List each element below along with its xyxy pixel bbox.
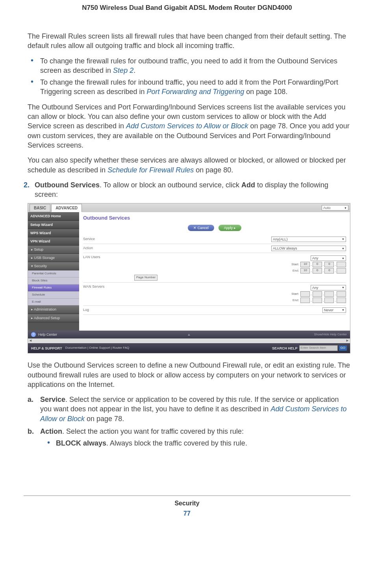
sub-bullet-block-always: BLOCK always. Always block the traffic c… [40,438,350,448]
sidebar-sub-parental[interactable]: Parental Controls [28,270,79,277]
panel-title: Outbound Services [83,214,346,222]
help-center-bar[interactable]: ? Help Center ▲ Show/Hide Help Center [28,331,350,338]
step-2-body: Outbound Services. To allow or block an … [35,180,350,200]
lan-end-label: End: [293,269,299,273]
sidebar-sub-block-sites[interactable]: Block Sites [28,277,79,285]
tab-basic[interactable]: BASIC [30,204,50,213]
show-hide-help-link[interactable]: Show/Hide Help Center [314,333,347,337]
label-action: Action [83,246,118,250]
label-service: Service [83,237,118,241]
page-footer: Security 77 [24,496,350,517]
lan-end-oct1[interactable]: 10 [300,268,310,274]
sidebar-item-usb-storage[interactable]: ▸ USB Storage [28,254,79,262]
lan-start-label: Start: [291,263,299,267]
cancel-button[interactable]: ✕ Cancel [188,225,214,231]
sidebar-item-administration[interactable]: ▸ Administration [28,305,79,314]
action-bold: Action [40,427,62,435]
intro-paragraph: The Firewall Rules screen lists all fire… [24,31,350,51]
tab-advanced[interactable]: ADVANCED [51,204,82,213]
alpha-label-a: a. [28,395,33,404]
lan-users-select[interactable]: Any▼ [311,255,346,261]
wan-end-oct1[interactable] [300,298,310,303]
wan-start-oct3[interactable] [324,291,334,297]
wan-start-oct2[interactable] [313,291,322,297]
label-wan-servers: WAN Servers [83,284,118,289]
add-label: Add [241,181,255,189]
sidebar-nav: ADVANCED Home Setup Wizard WPS Wizard VP… [28,212,79,331]
help-support-title: HELP & SUPPORT [31,346,62,351]
link-step2[interactable]: Step 2 [113,67,133,74]
label-lan-users: LAN Users [83,255,118,259]
wan-servers-select[interactable]: Any▼ [311,285,346,290]
sidebar-sub-email[interactable]: E-mail [28,299,79,306]
block-always-bold: BLOCK always [56,439,106,447]
horizontal-scrollbar[interactable] [28,338,350,343]
service-select[interactable]: Any(ALL)▼ [271,237,346,242]
outbound-services-label: Outbound Services [35,181,100,189]
log-select[interactable]: Never▼ [322,307,346,313]
search-help-label: SEARCH HELP [272,346,298,351]
action-select[interactable]: ALLOW always▼ [271,246,346,251]
link-port-forwarding[interactable]: Port Forwarding and Triggering [146,88,244,96]
sub-item-b: b. Action. Select the action you want fo… [24,427,350,448]
apply-button[interactable]: Apply ▸ [218,225,241,231]
sidebar-sub-firewall-rules[interactable]: Firewall Rules [28,285,79,292]
sidebar-sub-schedule[interactable]: Schedule [28,292,79,299]
sub-item-a: a. Service. Select the service or applic… [24,395,350,423]
link-add-custom-services[interactable]: Add Custom Services to Allow or Block [126,122,248,130]
wan-end-oct4[interactable] [337,298,346,303]
bullet-inbound-change: To change the firewall rules for inbound… [24,78,350,97]
wan-start-oct4[interactable] [337,291,346,297]
text: . Select the action you want for traffic… [62,427,244,435]
schedule-paragraph: You can also specify whether these servi… [24,155,350,175]
sidebar-item-setup[interactable]: ▸ Setup [28,246,79,254]
service-bold: Service [40,396,65,403]
lan-start-oct1[interactable]: 10 [300,262,310,267]
search-help-input[interactable]: Enter Search Item [299,345,338,351]
lan-end-oct3[interactable]: 0 [324,268,334,274]
sidebar-item-security[interactable]: ▾ Security [28,262,79,270]
label-log: Log [83,307,118,312]
lan-end-oct4[interactable] [337,268,346,274]
auto-refresh: Auto▼ [322,205,348,211]
wan-start-oct1[interactable] [300,291,310,297]
lan-start-oct4[interactable] [337,262,346,267]
services-paragraph: The Outbound Services and Port Forwardin… [24,102,350,150]
chevron-up-icon: ▲ [187,332,191,337]
text: on page 80. [194,166,233,174]
link-schedule-firewall[interactable]: Schedule for Firewall Rules [107,166,194,174]
help-icon: ? [31,332,36,337]
page-number-button[interactable]: Page Number [134,275,157,281]
go-button[interactable]: GO [339,346,347,351]
text: To change the firewall rules for outboun… [40,57,337,74]
page-header-title: N750 Wireless Dual Band Gigabit ADSL Mod… [24,0,350,31]
alpha-label-b: b. [28,427,34,436]
outbound-services-screenshot: BASIC ADVANCED Auto▼ ADVANCED Home Setup… [28,203,350,353]
lan-start-oct3[interactable]: 0 [324,262,334,267]
lan-start-oct2[interactable]: 0 [313,262,322,267]
footer-section: Security [24,500,350,507]
text: on page 108. [244,88,287,96]
wan-end-label: End: [293,298,299,303]
sidebar-item-vpn-wizard[interactable]: VPN Wizard [28,237,79,246]
sidebar-item-advanced-setup[interactable]: ▸ Advanced Setup [28,314,79,322]
help-support-links[interactable]: Documentation | Online Support | Router … [65,346,129,350]
lan-end-oct2[interactable]: 0 [313,268,322,274]
sidebar-item-wps-wizard[interactable]: WPS Wizard [28,229,79,237]
text: . Always block the traffic covered by th… [106,439,247,447]
footer-page-number: 77 [24,510,350,517]
wan-end-oct3[interactable] [324,298,334,303]
text: . [133,67,135,74]
sidebar-item-setup-wizard[interactable]: Setup Wizard [28,221,79,229]
auto-select[interactable]: Auto▼ [322,205,348,211]
outbound-use-paragraph: Use the Outbound Services screen to defi… [24,361,350,389]
step-number-2: 2. [24,180,35,200]
wan-start-label: Start: [291,292,299,296]
sidebar-item-advanced-home[interactable]: ADVANCED Home [28,212,79,220]
wan-end-oct2[interactable] [313,298,322,303]
bullet-outbound-change: To change the firewall rules for outboun… [24,56,350,76]
help-center-label: Help Center [38,332,57,337]
text: on page 78. [85,415,124,423]
text: . To allow or block an outbound service,… [100,181,241,189]
